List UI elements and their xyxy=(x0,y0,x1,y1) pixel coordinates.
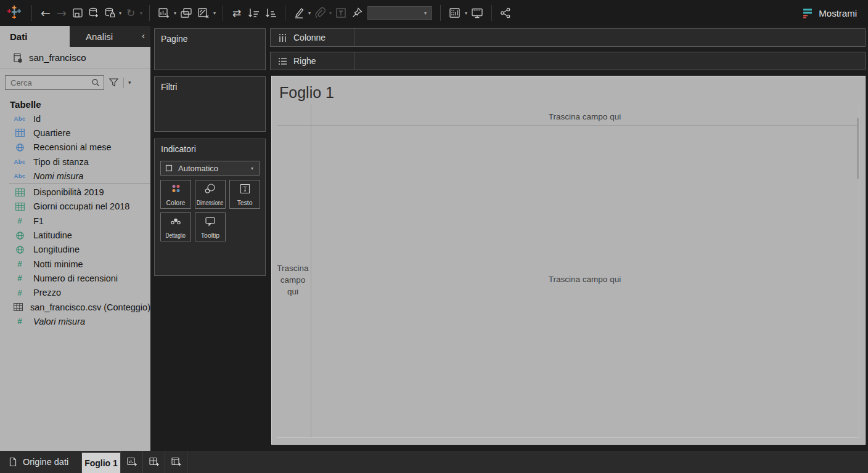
field-item-latitudine[interactable]: Latitudine xyxy=(0,228,150,242)
field-item-nomi-misura[interactable]: AbcNomi misura xyxy=(0,169,150,183)
sort-ascending-button[interactable] xyxy=(245,4,262,22)
mark-button-dimensione[interactable]: Dimensione xyxy=(195,180,226,209)
field-item-id[interactable]: AbcId xyxy=(0,111,150,126)
show-me-button[interactable]: Mostrami xyxy=(798,6,862,20)
filter-funnel-icon[interactable] xyxy=(108,78,119,87)
field-item-disponibilit-2019[interactable]: Disponibilità 2019 xyxy=(0,185,150,199)
undo-button[interactable]: ← xyxy=(38,4,54,22)
mark-labels-icon xyxy=(335,7,347,19)
field-label: Notti minime xyxy=(33,259,83,269)
search-icon xyxy=(91,78,100,87)
field-item-longitudine[interactable]: Longitudine xyxy=(0,243,150,257)
field-label: Nomi misura xyxy=(33,171,83,181)
duplicate-icon xyxy=(179,7,193,19)
number-field-icon: # xyxy=(12,288,27,297)
filters-card[interactable]: Filtri xyxy=(154,76,266,132)
field-item-notti-minime[interactable]: #Notti minime xyxy=(0,257,150,271)
columns-drop-zone[interactable] xyxy=(354,29,865,46)
show-hide-cards-button[interactable] xyxy=(446,4,464,22)
run-auto-updates-button[interactable]: ↻ xyxy=(123,4,139,22)
show-mark-labels-button[interactable] xyxy=(333,4,349,22)
field-item-f1[interactable]: #F1 xyxy=(0,214,150,228)
table-field-icon xyxy=(12,203,27,211)
run-auto-updates-caret-icon[interactable]: ▾ xyxy=(140,10,142,16)
view-options-caret-icon[interactable]: ▾ xyxy=(128,79,131,86)
mark-type-dropdown[interactable]: Automatico ▾ xyxy=(160,161,260,176)
search-input[interactable] xyxy=(9,78,91,88)
duplicate-sheet-button[interactable] xyxy=(178,4,195,22)
new-data-source-icon xyxy=(88,7,100,19)
pause-auto-updates-caret-icon[interactable]: ▾ xyxy=(119,10,121,16)
sort-descending-button[interactable] xyxy=(262,4,279,22)
columns-drop-hint[interactable]: Trascina campo qui xyxy=(311,111,859,123)
pages-card[interactable]: Pagine xyxy=(154,28,266,70)
mark-type-caret-icon: ▾ xyxy=(251,166,253,171)
columns-shelf-text: Colonne xyxy=(293,33,326,42)
share-button[interactable] xyxy=(497,4,514,22)
sheet-tab-foglio-1[interactable]: Foglio 1 xyxy=(82,453,120,473)
data-source-item[interactable]: san_francisco xyxy=(0,47,150,69)
highlight-button[interactable] xyxy=(291,4,307,22)
mark-button-colore[interactable]: Colore xyxy=(160,180,191,209)
text-field-icon: Abc xyxy=(12,158,27,165)
toolbar-divider xyxy=(285,5,285,21)
data-source-tab[interactable]: Origine dati xyxy=(0,451,81,473)
field-item-quartiere[interactable]: Quartiere xyxy=(0,126,150,140)
field-item-recensioni-al-mese[interactable]: Recensioni al mese xyxy=(0,140,150,155)
rows-shelf-label: Righe xyxy=(271,56,354,67)
field-item-giorni-occupati-nel-2018[interactable]: Giorni occupati nel 2018 xyxy=(0,200,150,214)
clear-sheet-button[interactable] xyxy=(195,4,212,22)
tab-dati[interactable]: Dati xyxy=(0,26,70,47)
field-item-numero-di-recensioni[interactable]: #Numero di recensioni xyxy=(0,271,150,285)
rows-shelf-text: Righe xyxy=(293,56,316,66)
pages-card-title: Pagine xyxy=(155,29,265,44)
field-label: Longitudine xyxy=(33,245,80,254)
collapse-pane-chevron-icon[interactable]: ‹ xyxy=(142,30,145,41)
show-me-label: Mostrami xyxy=(819,8,857,18)
marks-buttons: Colore Dimensione Testo Dettaglio Toolti… xyxy=(160,180,260,241)
pause-auto-updates-button[interactable] xyxy=(102,4,118,22)
text-field-icon: Abc xyxy=(12,172,27,179)
vertical-scroll-thumb[interactable] xyxy=(857,118,859,179)
vertical-scroll-track xyxy=(859,104,859,437)
mark-button-testo[interactable]: Testo xyxy=(229,180,260,209)
swap-rows-columns-button[interactable]: ⇄ xyxy=(229,4,245,22)
field-label: Giorni occupati nel 2018 xyxy=(33,201,129,211)
tab-analisi[interactable]: Analisi ‹ xyxy=(70,26,150,47)
tableau-logo-icon[interactable] xyxy=(6,4,22,22)
mark-button-dettaglio[interactable]: Dettaglio xyxy=(160,212,191,241)
rows-drop-zone[interactable] xyxy=(354,52,865,70)
redo-arrow-icon: → xyxy=(57,7,67,19)
field-label: san_francisco.csv (Conteggio) xyxy=(30,302,150,312)
new-worksheet-caret-icon[interactable]: ▾ xyxy=(174,10,176,16)
field-item-tipo-di-stanza[interactable]: AbcTipo di stanza xyxy=(0,155,150,169)
rows-drop-hint[interactable]: Trascina campo qui xyxy=(275,262,311,297)
refresh-icon: ↻ xyxy=(126,8,135,18)
field-group-divider xyxy=(9,184,150,184)
canvas-drop-hint[interactable]: Trascina campo qui xyxy=(311,273,859,285)
mark-button-tooltip[interactable]: Tooltip xyxy=(195,212,226,241)
field-item-valori-misura[interactable]: #Valori misura xyxy=(0,314,150,328)
fit-selector-dropdown[interactable]: ▾ xyxy=(367,6,432,20)
group-members-button[interactable] xyxy=(312,4,328,22)
redo-button[interactable]: → xyxy=(54,4,70,22)
new-story-tab-button[interactable] xyxy=(165,451,187,473)
new-data-source-button[interactable] xyxy=(86,4,102,22)
toolbar-divider xyxy=(223,5,223,21)
group-members-caret-icon[interactable]: ▾ xyxy=(329,10,332,16)
highlight-caret-icon[interactable]: ▾ xyxy=(308,10,311,16)
clear-sheet-caret-icon[interactable]: ▾ xyxy=(213,10,216,16)
new-worksheet-button[interactable] xyxy=(155,4,173,22)
cards-panel: Pagine Filtri Indicatori Automatico ▾ Co… xyxy=(150,26,270,451)
field-item-prezzo[interactable]: #Prezzo xyxy=(0,286,150,300)
show-hide-cards-caret-icon[interactable]: ▾ xyxy=(465,10,467,16)
show-hide-cards-icon xyxy=(448,7,462,19)
new-dashboard-tab-button[interactable] xyxy=(143,451,165,473)
presentation-mode-button[interactable] xyxy=(469,4,486,22)
fix-axes-button[interactable] xyxy=(349,4,365,22)
field-item-san-francisco-csv-conteggio-[interactable]: san_francisco.csv (Conteggio) xyxy=(0,300,150,314)
field-label: Tipo di stanza xyxy=(33,157,89,167)
save-button[interactable] xyxy=(70,4,86,22)
new-worksheet-tab-button[interactable] xyxy=(121,451,142,473)
new-story-tab-icon xyxy=(170,456,182,467)
